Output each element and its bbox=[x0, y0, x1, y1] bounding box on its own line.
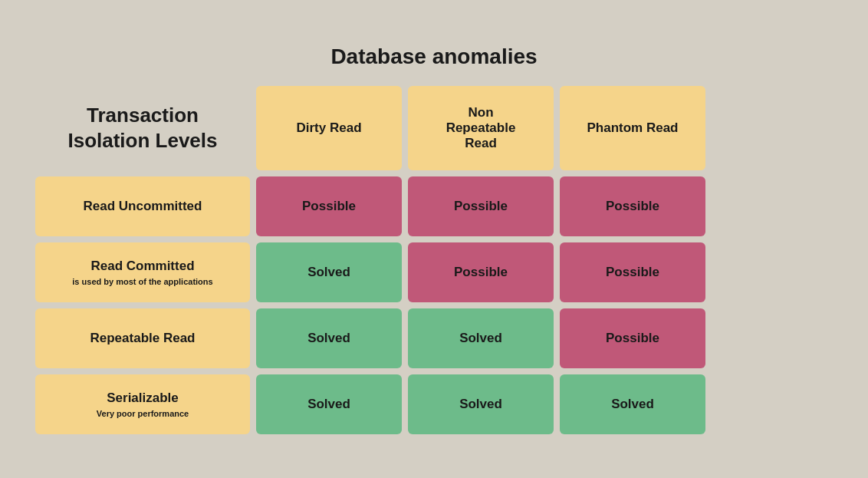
header-phantom-read: Phantom Read bbox=[560, 86, 705, 170]
header-non-repeatable-read: NonRepeatableRead bbox=[408, 86, 554, 170]
cell-read-uncommitted-dirty: Possible bbox=[256, 176, 402, 236]
row-label-read-uncommitted: Read Uncommitted bbox=[35, 176, 250, 236]
header-dirty-read: Dirty Read bbox=[256, 86, 402, 170]
cell-read-committed-dirty: Solved bbox=[256, 242, 402, 302]
corner-cell: TransactionIsolation Levels bbox=[35, 86, 250, 170]
grid: TransactionIsolation Levels Dirty Read N… bbox=[35, 86, 833, 434]
cell-repeatable-read-dirty: Solved bbox=[256, 308, 402, 368]
cell-repeatable-read-phantom: Possible bbox=[560, 308, 705, 368]
page-title: Database anomalies bbox=[35, 45, 833, 69]
cell-read-uncommitted-phantom: Possible bbox=[560, 176, 705, 236]
cell-repeatable-read-nonrep: Solved bbox=[408, 308, 554, 368]
row-label-serializable: Serializable Very poor performance bbox=[35, 374, 250, 434]
cell-serializable-phantom: Solved bbox=[560, 374, 705, 434]
cell-serializable-nonrep: Solved bbox=[408, 374, 554, 434]
row-label-repeatable-read: Repeatable Read bbox=[35, 308, 250, 368]
cell-serializable-dirty: Solved bbox=[256, 374, 402, 434]
row-label-read-committed: Read Committed is used by most of the ap… bbox=[35, 242, 250, 302]
cell-read-committed-phantom: Possible bbox=[560, 242, 705, 302]
main-container: Database anomalies TransactionIsolation … bbox=[28, 29, 840, 450]
section-title: TransactionIsolation Levels bbox=[67, 103, 217, 153]
cell-read-committed-nonrep: Possible bbox=[408, 242, 554, 302]
cell-read-uncommitted-nonrep: Possible bbox=[408, 176, 554, 236]
